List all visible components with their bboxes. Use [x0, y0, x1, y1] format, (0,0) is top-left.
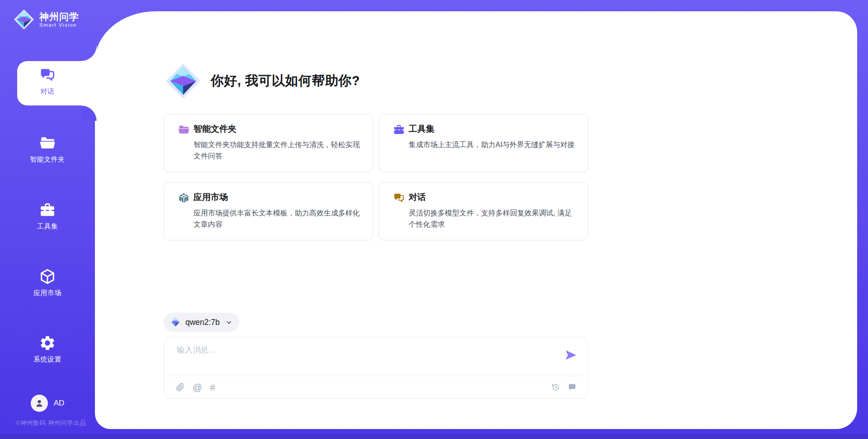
card-description: 应用市场提供丰富长文本模板，助力高效生成多样化文章内容: [193, 207, 361, 230]
user-profile[interactable]: AD: [0, 395, 95, 412]
composer-divider: [165, 376, 587, 376]
sidebar-footer: ©神州数码·神州问学出品: [0, 419, 102, 427]
sidebar-item-toolset[interactable]: 工具集: [0, 201, 95, 231]
card-chat[interactable]: 对话 灵活切换多模型文件，支持多样回复效果调试, 满足个性化需求: [379, 182, 588, 240]
toolbox-icon: [39, 201, 56, 219]
chat-filled-icon: [567, 382, 577, 392]
folder-icon: [39, 134, 56, 152]
sidebar-item-smart-folder[interactable]: 智能文件夹: [0, 134, 95, 164]
sidebar-item-settings[interactable]: 系统设置: [0, 334, 95, 364]
card-description: 集成市场上主流工具，助力AI与外界无缝扩展与对接: [409, 139, 576, 150]
chevron-down-icon: [225, 319, 233, 326]
composer-tools-left: @ #: [175, 376, 215, 398]
folder-open-icon: [178, 124, 190, 136]
card-app-market[interactable]: 应用市场 应用市场提供丰富长文本模板，助力高效生成多样化文章内容: [164, 182, 373, 240]
user-name: AD: [54, 399, 65, 408]
send-button[interactable]: [564, 348, 577, 362]
bottom-bar: [0, 434, 868, 439]
cube-icon: [39, 268, 56, 285]
card-toolset[interactable]: 工具集 集成市场上主流工具，助力AI与外界无缝扩展与对接: [379, 114, 588, 172]
brand-name: 神州问学: [39, 11, 79, 22]
model-selector[interactable]: qwen2:7b: [164, 313, 239, 332]
toolbox-icon: [393, 124, 405, 136]
person-icon: [34, 398, 45, 409]
sidebar-item-app-market[interactable]: 应用市场: [0, 268, 95, 297]
greeting: 你好, 我可以如何帮助你?: [165, 63, 360, 99]
card-title: 对话: [409, 191, 576, 203]
conversation-button[interactable]: [567, 382, 577, 392]
card-title: 工具集: [409, 123, 576, 135]
brand: 神州问学 Smart Vision: [14, 9, 79, 30]
app-market-icon: [178, 192, 190, 204]
brand-subtitle: Smart Vision: [39, 22, 79, 28]
composer-tools-right: [551, 376, 577, 398]
model-logo-icon: [170, 317, 181, 328]
sidebar-item-chat[interactable]: 对话: [0, 67, 95, 96]
sidebar-item-label: 系统设置: [33, 355, 61, 364]
brand-logo-icon: [14, 9, 34, 30]
gear-icon: [39, 334, 56, 352]
paperclip-icon: [175, 382, 185, 392]
card-title: 应用市场: [193, 191, 361, 203]
sidebar-item-label: 应用市场: [33, 289, 61, 297]
greeting-text: 你好, 我可以如何帮助你?: [211, 72, 360, 90]
card-description: 智能文件夹功能支持批量文件上传与清洗，轻松实现文件问答: [193, 139, 361, 162]
sidebar-item-label: 工具集: [37, 222, 58, 231]
card-title: 智能文件夹: [193, 123, 361, 135]
card-smart-folder[interactable]: 智能文件夹 智能文件夹功能支持批量文件上传与清洗，轻松实现文件问答: [164, 114, 373, 172]
chat-bubbles-icon: [393, 192, 405, 204]
avatar: [31, 395, 48, 412]
at-icon: @: [193, 382, 202, 392]
sidebar-item-label: 智能文件夹: [30, 155, 65, 164]
model-name: qwen2:7b: [185, 318, 220, 327]
history-clock-icon: [551, 382, 560, 392]
message-composer: @ #: [164, 337, 588, 399]
sidebar-item-label: 对话: [41, 87, 55, 96]
greeting-logo-icon: [165, 63, 201, 99]
send-icon: [564, 348, 577, 362]
attach-file-button[interactable]: [175, 382, 185, 392]
hash-icon: #: [210, 382, 215, 392]
card-description: 灵活切换多模型文件，支持多样回复效果调试, 满足个性化需求: [409, 207, 576, 230]
topic-button[interactable]: #: [210, 382, 215, 392]
history-button[interactable]: [551, 382, 560, 392]
chat-bubbles-icon: [39, 67, 56, 84]
app-window: 神州问学 Smart Vision 对话 智能文件夹 工具集 应用市场 系统设置…: [0, 0, 868, 439]
feature-cards: 智能文件夹 智能文件夹功能支持批量文件上传与清洗，轻松实现文件问答 工具集 集成…: [164, 114, 588, 240]
message-input[interactable]: [176, 344, 553, 372]
mention-button[interactable]: @: [193, 382, 202, 392]
